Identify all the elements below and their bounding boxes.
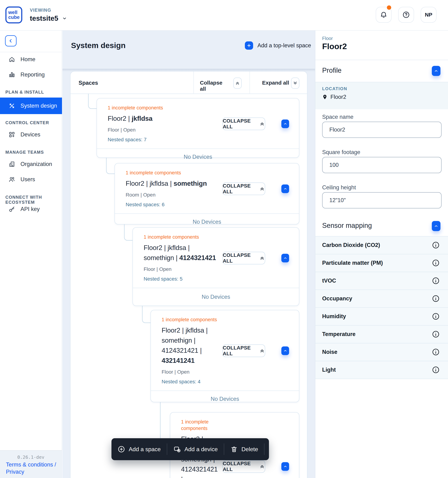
sidebar-item-label: System design [20,103,57,109]
sidebar-item-users[interactable]: Users [0,172,62,187]
info-icon[interactable] [432,330,440,338]
info-icon[interactable] [432,348,440,356]
nested-spaces-count: Nested spaces: 6 [126,201,217,208]
sidebar-item-devices[interactable]: Devices [0,127,62,142]
space-card[interactable]: 1 incomplete components Floor2 | jkfldsa… [133,227,299,306]
card-collapse-all-button[interactable]: COLLAPSE ALL [222,182,265,195]
add-top-level-space-button[interactable]: Add a top-level space [245,41,311,50]
wellcube-logo[interactable]: well cube [5,6,22,23]
building-icon [9,161,15,167]
card-toggle-button[interactable] [281,254,289,262]
delete-button[interactable]: Delete [230,446,258,453]
info-icon[interactable] [432,241,440,249]
space-meta: Floor | Open [162,369,217,375]
users-icon [9,176,15,183]
card-toggle-button[interactable] [281,184,289,193]
location-value: Floor2 [331,94,346,100]
card-toggle-button[interactable] [281,462,289,471]
add-space-button[interactable]: Add a space [117,446,161,453]
ceiling-height-field-label: Ceiling height [322,184,356,191]
sensor-row-noise: Noise [315,343,448,361]
header-shadow [62,69,315,72]
incomplete-badge: 1 incomplete components [108,105,217,111]
sidebar-item-organization[interactable]: Organization [0,157,62,171]
info-icon[interactable] [432,366,440,374]
space-type-label: Floor [322,36,333,41]
chevron-left-icon [8,38,13,44]
space-card[interactable]: 1 incomplete components Floor2 | jkfldsa… [97,98,299,158]
no-devices-label: No Devices [202,294,230,300]
site-switcher[interactable]: testsite5 [30,14,67,22]
sidebar-item-system-design[interactable]: System design [0,98,62,114]
tree-connector [88,94,97,109]
chevron-up-icon [283,465,287,468]
space-card[interactable]: 1 incomplete components Floor2 | jkfldsa… [150,310,299,402]
sidebar-section-manage-teams: MANAGE TEAMS [5,150,44,155]
location-section: LOCATION Floor2 [315,82,448,109]
info-icon[interactable] [432,277,440,285]
card-collapse-all-button[interactable]: COLLAPSE ALL [222,460,265,473]
collapse-all-label: Collapse all [200,80,225,92]
space-name-heading: Floor2 [322,42,347,51]
card-collapse-all-button[interactable]: COLLAPSE ALL [222,118,265,130]
add-device-button[interactable]: Add a device [173,446,218,453]
card-toggle-button[interactable] [281,346,289,355]
spaces-title: Spaces [79,80,98,86]
chevron-down-icon [62,16,67,21]
sensor-row-humidity: Humidity [315,307,448,325]
incomplete-badge: 1 incomplete components [181,419,217,432]
square-footage-field-label: Square footage [322,149,360,156]
divider [167,443,167,455]
info-icon[interactable] [432,295,440,302]
info-icon[interactable] [432,312,440,320]
space-card[interactable]: 1 incomplete components Floor2 | jkfldsa… [115,163,299,224]
sidebar-item-label: Organization [20,161,52,167]
viewing-label: VIEWING [30,7,51,13]
sidebar-item-api-key[interactable]: API key [0,202,62,216]
divider [193,71,194,94]
card-collapse-all-button[interactable]: COLLAPSE ALL [222,345,265,357]
help-button[interactable] [398,7,414,23]
sidebar-item-home[interactable]: Home [0,52,62,67]
double-chevron-up-icon [259,255,265,261]
avatar-initials: NP [425,12,432,18]
sidebar-item-reporting[interactable]: Reporting [0,68,62,82]
close-icon [276,446,282,453]
plus-icon [245,41,253,50]
terms-privacy-link[interactable]: Terms & conditions / Privacy [6,461,58,476]
close-toolbar-button[interactable] [276,446,282,453]
sensor-row-co2: Carbon Dioxide (CO2) [315,236,448,254]
location-value-row: Floor2 [322,94,346,100]
profile-section-title: Profile [322,67,342,74]
ceiling-height-input[interactable] [322,192,442,208]
info-icon[interactable] [432,259,440,267]
chevron-up-icon [434,69,438,73]
site-name: testsite5 [30,14,58,22]
sidebar-footer: 0.26.1-dev Terms & conditions / Privacy [0,450,62,478]
square-footage-input[interactable] [322,157,442,173]
expand-all-button[interactable] [291,78,299,89]
double-chevron-up-icon [235,81,240,86]
card-toggle-button[interactable] [281,120,289,128]
sensor-mapping-collapse-button[interactable] [432,221,441,231]
app: well cube VIEWING testsite5 NP [0,0,448,478]
sidebar-collapse-button[interactable] [5,35,17,46]
avatar[interactable]: NP [421,7,436,23]
space-meta: Floor | Open [144,266,217,273]
tree-connector [160,402,170,441]
space-name-field-label: Space name [322,114,353,120]
sidebar-item-label: Users [20,176,35,183]
chevron-up-icon [283,256,287,260]
space-title: Floor2 | jkfldsa | somethign | 412432142… [144,243,217,263]
sidebar-item-label: API key [20,206,40,212]
devices-grid-icon [9,131,15,138]
incomplete-badge: 1 incomplete components [162,316,217,323]
double-chevron-down-icon [293,81,298,86]
card-collapse-all-button[interactable]: COLLAPSE ALL [222,252,265,264]
bell-icon [380,11,387,19]
profile-collapse-button[interactable] [432,66,441,76]
space-name-input[interactable] [322,122,442,138]
notification-badge-dot [387,5,391,10]
collapse-all-button[interactable] [233,78,242,89]
bar-chart-icon [9,71,15,78]
